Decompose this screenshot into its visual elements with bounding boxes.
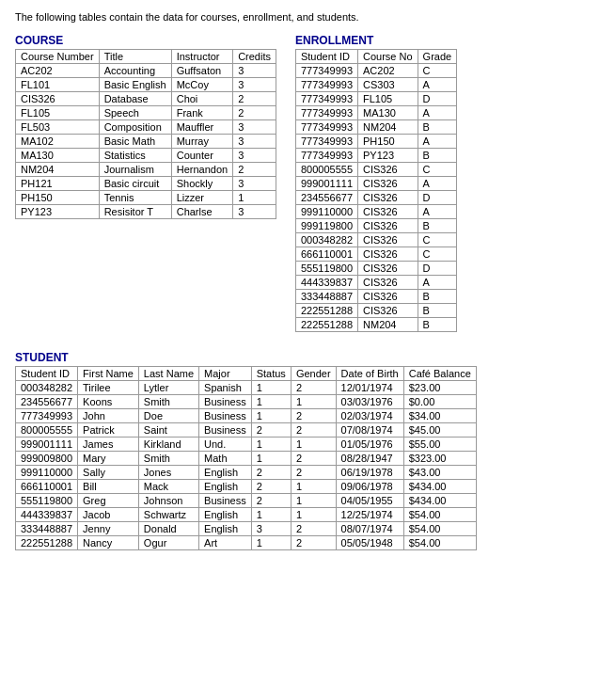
- table-cell: Basic Math: [99, 135, 171, 149]
- table-cell: Frank: [171, 106, 232, 120]
- table-cell: $43.00: [403, 466, 476, 480]
- table-cell: 07/08/1974: [336, 423, 403, 438]
- table-cell: 1: [251, 452, 291, 466]
- table-cell: Nancy: [78, 536, 139, 550]
- table-cell: Ogur: [138, 536, 198, 550]
- table-cell: Business: [199, 409, 252, 423]
- table-row: 800005555CIS326C: [295, 163, 456, 177]
- table-cell: C: [418, 64, 457, 78]
- table-cell: 2: [291, 409, 336, 423]
- table-cell: 1: [291, 494, 336, 508]
- table-row: 222551288NM204B: [295, 318, 456, 332]
- table-cell: 04/05/1955: [336, 494, 403, 508]
- table-cell: CIS326: [358, 177, 418, 191]
- table-cell: 333448887: [16, 522, 78, 536]
- table-cell: 3: [233, 205, 276, 219]
- table-cell: Charlse: [171, 205, 232, 219]
- table-cell: FL503: [16, 120, 100, 135]
- table-cell: 01/05/1976: [336, 438, 403, 452]
- table-cell: Lizzer: [171, 191, 232, 205]
- table-cell: B: [418, 219, 457, 233]
- table-row: 777349993MA130A: [295, 106, 456, 120]
- table-cell: D: [418, 191, 457, 205]
- table-row: 333448887CIS326B: [295, 290, 456, 304]
- table-row: MA102Basic MathMurray3: [16, 135, 276, 149]
- table-cell: CIS326: [358, 233, 418, 247]
- table-cell: Choi: [171, 92, 232, 106]
- table-cell: 666110001: [16, 480, 78, 494]
- table-cell: CIS326: [358, 276, 418, 290]
- table-cell: 777349993: [295, 135, 357, 149]
- table-cell: $0.00: [403, 395, 476, 409]
- table-row: PY123Resisitor TCharlse3: [16, 205, 276, 219]
- table-cell: B: [418, 120, 457, 135]
- column-header: First Name: [78, 367, 139, 381]
- table-cell: $323.00: [403, 452, 476, 466]
- table-cell: NM204: [358, 318, 418, 332]
- table-cell: 777349993: [16, 409, 78, 423]
- table-cell: 3: [251, 522, 291, 536]
- table-cell: Johnson: [138, 494, 198, 508]
- table-cell: English: [199, 480, 252, 494]
- table-cell: CS303: [358, 78, 418, 92]
- table-cell: Greg: [78, 494, 139, 508]
- table-cell: 999110000: [295, 205, 357, 219]
- table-cell: English: [199, 466, 252, 480]
- table-cell: 666110001: [295, 247, 357, 262]
- table-cell: Jones: [138, 466, 198, 480]
- table-cell: English: [199, 508, 252, 522]
- table-cell: 3: [233, 78, 276, 92]
- table-cell: B: [418, 318, 457, 332]
- table-cell: Spanish: [199, 381, 252, 395]
- table-cell: 1: [251, 409, 291, 423]
- table-row: 555119800CIS326D: [295, 262, 456, 276]
- table-cell: $434.00: [403, 480, 476, 494]
- table-cell: Smith: [138, 395, 198, 409]
- table-cell: 3: [233, 64, 276, 78]
- table-row: 666110001BillMackEnglish2109/06/1978$434…: [16, 480, 477, 494]
- table-cell: 444339837: [16, 508, 78, 522]
- table-cell: 2: [291, 452, 336, 466]
- table-row: 777349993PH150A: [295, 135, 456, 149]
- table-row: FL503CompositionMauffler3: [16, 120, 276, 135]
- column-header: Credits: [233, 50, 276, 64]
- table-row: 555119800GregJohnsonBusiness2104/05/1955…: [16, 494, 477, 508]
- table-cell: PY123: [16, 205, 100, 219]
- table-cell: Shockly: [171, 177, 232, 191]
- table-cell: C: [418, 163, 457, 177]
- table-cell: B: [418, 290, 457, 304]
- table-cell: 999110000: [16, 466, 78, 480]
- table-cell: MA130: [16, 149, 100, 163]
- table-cell: Math: [199, 452, 252, 466]
- table-cell: Guffsaton: [171, 64, 232, 78]
- table-cell: Statistics: [99, 149, 171, 163]
- table-row: PH150TennisLizzer1: [16, 191, 276, 205]
- table-row: 777349993PY123B: [295, 149, 456, 163]
- table-row: 800005555PatrickSaintBusiness2207/08/197…: [16, 423, 477, 438]
- enrollment-table: Student IDCourse NoGrade 777349993AC202C…: [295, 49, 457, 332]
- table-cell: A: [418, 177, 457, 191]
- table-cell: 2: [291, 522, 336, 536]
- table-row: 000348282CIS326C: [295, 233, 456, 247]
- table-cell: 555119800: [16, 494, 78, 508]
- table-row: 777349993NM204B: [295, 120, 456, 135]
- table-cell: English: [199, 522, 252, 536]
- table-row: MA130StatisticsCounter3: [16, 149, 276, 163]
- table-cell: Business: [199, 494, 252, 508]
- intro-text: The following tables contain the data fo…: [15, 11, 584, 23]
- column-header: Student ID: [16, 367, 78, 381]
- table-row: 999009800MarySmithMath1208/28/1947$323.0…: [16, 452, 477, 466]
- table-cell: 777349993: [295, 149, 357, 163]
- column-header: Major: [199, 367, 252, 381]
- table-cell: 2: [233, 92, 276, 106]
- table-cell: PY123: [358, 149, 418, 163]
- table-cell: 777349993: [295, 78, 357, 92]
- table-cell: 3: [233, 177, 276, 191]
- table-row: CIS326DatabaseChoi2: [16, 92, 276, 106]
- table-cell: 06/19/1978: [336, 466, 403, 480]
- table-cell: 999001111: [295, 177, 357, 191]
- table-cell: 3: [233, 135, 276, 149]
- table-cell: D: [418, 262, 457, 276]
- table-cell: Schwartz: [138, 508, 198, 522]
- table-cell: PH150: [358, 135, 418, 149]
